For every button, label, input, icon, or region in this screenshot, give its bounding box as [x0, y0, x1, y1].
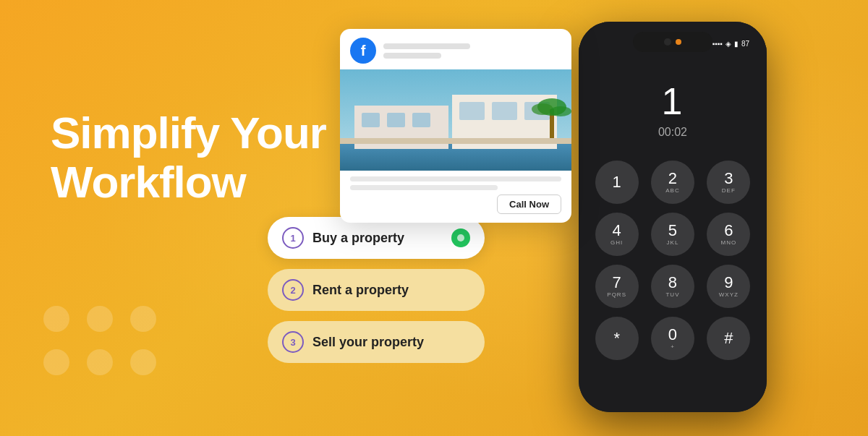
- options-list: 1 Buy a property 2 Rent a property 3 Sel…: [268, 217, 485, 363]
- dial-key-8[interactable]: 8TUV: [651, 265, 694, 308]
- hero-text-block: Simplify Your Workflow: [51, 108, 326, 207]
- hero-title-line2: Workflow: [51, 158, 326, 207]
- call-now-button[interactable]: Call Now: [497, 195, 561, 214]
- option-toggle-1[interactable]: [451, 228, 470, 247]
- phone-screen: 1 00:02 12ABC3DEF4GHI5JKL6MNO7PQRS8TUV9W…: [579, 22, 767, 412]
- svg-rect-9: [492, 102, 517, 120]
- decor-circle-1: [43, 306, 69, 332]
- fb-header-lines: [383, 43, 470, 59]
- wifi-icon: ◈: [726, 40, 731, 48]
- battery-icon: ▮: [734, 40, 739, 48]
- dial-key-5[interactable]: 5JKL: [651, 213, 694, 256]
- hero-title-line1: Simplify Your: [51, 108, 326, 158]
- fb-footer-text-lines: [350, 176, 561, 190]
- dial-key-6[interactable]: 6MNO: [707, 213, 750, 256]
- decor-circle-2: [87, 306, 113, 332]
- svg-rect-8: [459, 102, 485, 120]
- dial-key-4[interactable]: 4GHI: [595, 213, 639, 256]
- caller-number: 1: [662, 80, 684, 123]
- status-icons: ▪▪▪▪ ◈ ▮ 87: [712, 40, 749, 48]
- dial-pad: 12ABC3DEF4GHI5JKL6MNO7PQRS8TUV9WXYZ*0+#: [579, 161, 767, 360]
- decor-circle-4: [43, 349, 69, 375]
- option-number-2: 2: [282, 279, 304, 301]
- fb-card-header: f: [340, 29, 571, 69]
- svg-rect-5: [362, 113, 380, 127]
- phone-mockup: ▪▪▪▪ ◈ ▮ 87 1 00:02 12ABC3DEF4GHI5JKL6MN…: [579, 22, 767, 412]
- decor-circle-3: [130, 306, 156, 332]
- fb-line-long: [383, 43, 470, 49]
- svg-rect-15: [340, 138, 571, 144]
- dial-key-0[interactable]: 0+: [651, 317, 694, 360]
- fb-card-footer: Call Now: [340, 171, 571, 223]
- svg-point-13: [532, 103, 553, 115]
- option-label-3: Sell your property: [312, 335, 470, 350]
- dial-key-*[interactable]: *: [595, 317, 639, 360]
- dial-key-1[interactable]: 1: [595, 161, 639, 204]
- battery-percentage: 87: [741, 40, 749, 48]
- call-duration: 00:02: [658, 126, 687, 139]
- phone-camera: [664, 38, 671, 46]
- dial-key-2[interactable]: 2ABC: [651, 161, 694, 204]
- fb-property-image: [340, 69, 571, 171]
- fb-footer-line-1: [350, 176, 561, 181]
- svg-point-14: [550, 106, 571, 116]
- signal-icon: ▪▪▪▪: [712, 40, 723, 48]
- phone-indicator-dot: [676, 39, 681, 45]
- svg-rect-6: [387, 113, 405, 127]
- dial-key-#[interactable]: #: [707, 317, 750, 360]
- decor-circle-5: [87, 349, 113, 375]
- option-number-1: 1: [282, 227, 304, 249]
- option-label-1: Buy a property: [312, 231, 443, 246]
- facebook-icon: f: [350, 38, 376, 64]
- svg-rect-7: [412, 113, 430, 127]
- option-number-3: 3: [282, 331, 304, 353]
- option-label-2: Rent a property: [312, 283, 470, 298]
- fb-footer-line-2: [350, 185, 498, 190]
- dial-key-7[interactable]: 7PQRS: [595, 265, 639, 308]
- fb-line-short: [383, 53, 441, 59]
- dial-key-3[interactable]: 3DEF: [707, 161, 750, 204]
- hero-title: Simplify Your Workflow: [51, 108, 326, 207]
- dial-key-9[interactable]: 9WXYZ: [707, 265, 750, 308]
- decorative-circles: [43, 306, 159, 378]
- decor-circle-6: [130, 349, 156, 375]
- option-item-1[interactable]: 1 Buy a property: [268, 217, 485, 259]
- facebook-ad-card: f: [340, 29, 571, 223]
- phone-notch: [633, 32, 712, 52]
- option-item-3[interactable]: 3 Sell your property: [268, 321, 485, 363]
- option-item-2[interactable]: 2 Rent a property: [268, 269, 485, 311]
